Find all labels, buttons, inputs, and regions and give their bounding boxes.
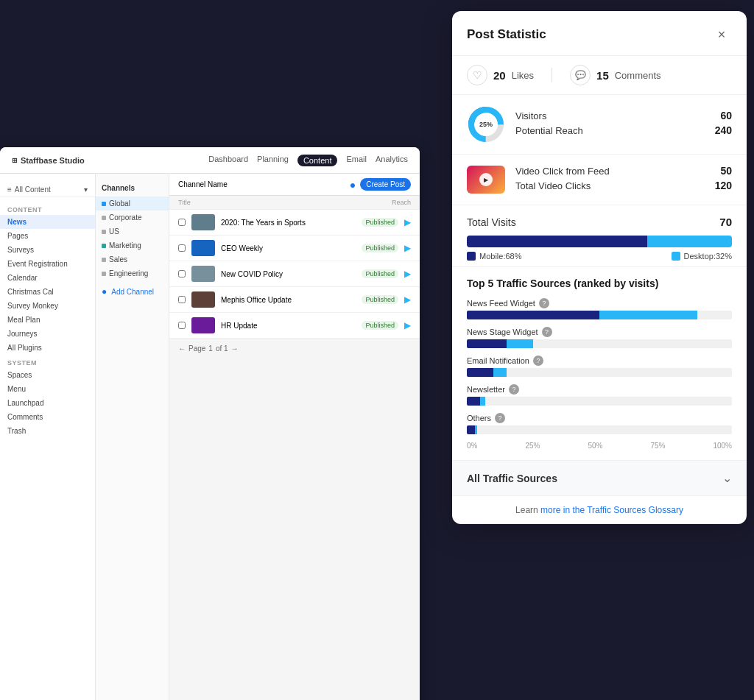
- bar-light: [599, 311, 697, 319]
- row-checkbox[interactable]: [178, 322, 186, 329]
- help-icon[interactable]: ?: [495, 413, 505, 423]
- channel-name-label: Channel Name: [178, 180, 228, 188]
- sidebar-item-spaces[interactable]: Spaces: [0, 368, 95, 382]
- modal-close-button[interactable]: ×: [711, 24, 732, 45]
- published-badge: Published: [362, 321, 398, 330]
- background-app: ⊞ Staffbase Studio Dashboard Planning Co…: [0, 147, 420, 700]
- sidebar-item-christmas-cal[interactable]: Christmas Cal: [0, 285, 95, 299]
- mobile-dot: [467, 252, 476, 261]
- row-title: Mephis Office Update: [221, 296, 356, 304]
- potential-reach-label: Potential Reach: [515, 125, 583, 136]
- sidebar-item-comments[interactable]: Comments: [0, 410, 95, 424]
- sidebar-item-launchpad[interactable]: Launchpad: [0, 396, 95, 410]
- chart-label-others: Others ?: [467, 413, 732, 423]
- stat-divider: [552, 68, 552, 82]
- likes-label: Likes: [512, 70, 534, 81]
- prev-page-button[interactable]: ←: [178, 344, 186, 353]
- sidebar-item-news[interactable]: News: [0, 215, 95, 229]
- traffic-title: Top 5 Traffic Sources (ranked by visits): [467, 277, 732, 289]
- all-traffic-sources-row[interactable]: All Traffic Sources ⌄: [452, 461, 747, 496]
- next-page-button[interactable]: →: [231, 344, 239, 353]
- row-checkbox[interactable]: [178, 270, 186, 277]
- likes-count: 20: [493, 69, 506, 82]
- sidebar-item-survey-monkey[interactable]: Survey Monkey: [0, 299, 95, 313]
- learn-more-row: Learn more in the Traffic Sources Glossa…: [452, 496, 747, 524]
- filter-chevron: ▾: [84, 185, 88, 194]
- row-reach-icon: ▶: [404, 217, 411, 227]
- channel-dot: [102, 202, 106, 206]
- channel-us[interactable]: US: [96, 225, 169, 238]
- bar-dark: [467, 397, 480, 406]
- nav-analytics[interactable]: Analytics: [376, 155, 408, 166]
- mobile-legend: Mobile:68%: [467, 252, 521, 261]
- nav-email[interactable]: Email: [346, 155, 367, 166]
- nav-dashboard[interactable]: Dashboard: [208, 155, 248, 166]
- video-row: ▶ Video Click from Feed 50 Total Video C…: [452, 155, 747, 205]
- sidebar-item-all-plugins[interactable]: All Plugins: [0, 341, 95, 355]
- sidebar-item-meal-plan[interactable]: Meal Plan: [0, 313, 95, 327]
- total-video-label: Total Video Clicks: [515, 180, 591, 191]
- nav-planning[interactable]: Planning: [257, 155, 289, 166]
- likes-comments-row: ♡ 20 Likes 💬 15 Comments: [452, 56, 747, 95]
- visitors-data: Visitors 60 Potential Reach 240: [515, 110, 732, 139]
- channel-dot: [102, 258, 106, 262]
- sidebar-item-menu[interactable]: Menu: [0, 382, 95, 396]
- channels-title: Channels: [96, 181, 169, 197]
- chart-row-newsletter: Newsletter ?: [467, 384, 732, 406]
- nav-content[interactable]: Content: [297, 155, 338, 166]
- sidebar-filter[interactable]: ≡ All Content ▾: [0, 183, 95, 197]
- sidebar-item-journeys[interactable]: Journeys: [0, 327, 95, 341]
- sidebar-item-event-registration[interactable]: Event Registration: [0, 257, 95, 271]
- row-title: HR Update: [221, 322, 356, 330]
- bar-track: [467, 368, 732, 377]
- sidebar-item-trash[interactable]: Trash: [0, 424, 95, 438]
- chart-axis: 0% 25% 50% 75% 100%: [467, 442, 732, 450]
- channel-dot: [102, 216, 106, 220]
- table-row: CEO Weekly Published ▶: [169, 236, 420, 261]
- comments-label: Comments: [615, 70, 661, 81]
- channel-marketing[interactable]: Marketing: [96, 238, 169, 252]
- sidebar-item-surveys[interactable]: Surveys: [0, 243, 95, 257]
- desktop-bar: [647, 236, 732, 247]
- video-click-value: 50: [720, 165, 732, 177]
- row-thumbnail: [191, 240, 215, 256]
- axis-50: 50%: [588, 442, 602, 450]
- glossary-link[interactable]: more in the Traffic Sources Glossary: [540, 505, 683, 515]
- row-checkbox[interactable]: [178, 296, 186, 303]
- bar-track: [467, 311, 732, 319]
- channel-sales[interactable]: Sales: [96, 252, 169, 266]
- row-checkbox[interactable]: [178, 219, 186, 226]
- row-title: 2020: The Years in Sports: [221, 219, 356, 227]
- help-icon[interactable]: ?: [533, 356, 543, 366]
- visitors-row: 25% Visitors 60 Potential Reach 240: [452, 95, 747, 155]
- potential-reach-row: Potential Reach 240: [515, 124, 732, 136]
- add-channel-link[interactable]: ● Add Channel: [96, 283, 169, 300]
- row-checkbox[interactable]: [178, 244, 186, 252]
- chart-label-newsletter: Newsletter ?: [467, 384, 732, 395]
- row-reach-icon: ▶: [404, 294, 411, 305]
- total-video-value: 120: [715, 180, 732, 191]
- axis-25: 25%: [525, 442, 540, 450]
- create-post-button[interactable]: Create Post: [360, 178, 411, 191]
- desktop-legend-label: Desktop:32%: [684, 252, 732, 261]
- chart-row-news-feed: News Feed Widget ?: [467, 298, 732, 319]
- sidebar-item-calendar[interactable]: Calendar: [0, 271, 95, 285]
- row-reach-icon: ▶: [404, 320, 411, 330]
- row-reach-icon: ▶: [404, 243, 411, 253]
- help-icon[interactable]: ?: [539, 298, 549, 308]
- channel-dot: [102, 244, 106, 248]
- table-header: Title Reach: [169, 196, 420, 210]
- sidebar-item-pages[interactable]: Pages: [0, 229, 95, 243]
- video-data: Video Click from Feed 50 Total Video Cli…: [515, 165, 732, 194]
- help-icon[interactable]: ?: [509, 384, 519, 395]
- mobile-bar: [467, 236, 647, 247]
- table-row: New COVID Policy Published ▶: [169, 261, 420, 287]
- bar-dark: [467, 311, 599, 319]
- current-page: 1: [208, 344, 213, 353]
- channel-engineering[interactable]: Engineering: [96, 266, 169, 280]
- desktop-dot: [672, 252, 680, 261]
- channel-global[interactable]: Global: [96, 197, 169, 211]
- help-icon[interactable]: ?: [542, 327, 552, 337]
- channel-corporate[interactable]: Corporate: [96, 211, 169, 225]
- table-row: HR Update Published ▶: [169, 313, 420, 339]
